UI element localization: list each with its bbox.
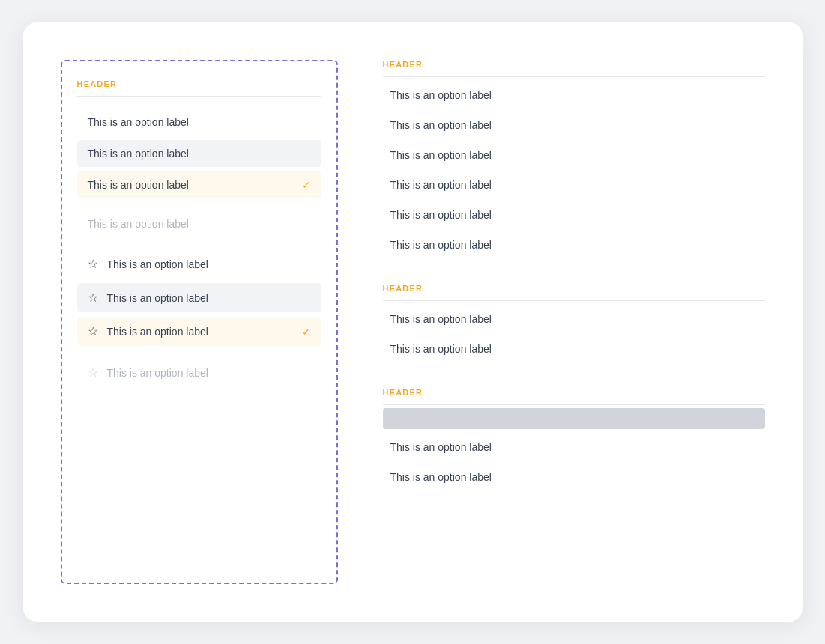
right-option-b2-1[interactable]: This is an option label — [383, 432, 765, 462]
left-divider — [77, 96, 321, 97]
option-item-star-hovered[interactable]: This is an option label — [77, 283, 321, 312]
right-divider-bottom-2 — [383, 404, 765, 405]
spacer — [77, 350, 321, 358]
option-label: This is an option label — [88, 148, 189, 160]
option-item-star-disabled: This is an option label — [77, 358, 321, 387]
star-icon-disabled — [88, 365, 98, 380]
spacer — [77, 242, 321, 249]
right-header-top: HEADER — [383, 60, 765, 69]
option-item-normal-1[interactable]: This is an option label — [77, 109, 321, 136]
right-option-b1-2[interactable]: This is an option label — [383, 334, 765, 364]
right-header-bottom-1: HEADER — [383, 284, 765, 293]
star-icon — [88, 324, 98, 338]
option-item-selected-1[interactable]: This is an option label — [77, 171, 321, 198]
right-section-bottom-2: HEADER This is an option label This is a… — [383, 388, 765, 492]
option-label: This is an option label — [107, 367, 208, 379]
left-header: HEADER — [77, 79, 321, 88]
loading-bar — [383, 408, 765, 429]
right-option-b1-1[interactable]: This is an option label — [383, 304, 765, 334]
option-item-disabled-1: This is an option label — [77, 210, 321, 237]
spacer — [77, 203, 321, 210]
star-icon — [88, 291, 98, 305]
right-option-1[interactable]: This is an option label — [383, 80, 765, 110]
main-card: HEADER This is an option label This is a… — [23, 22, 803, 622]
option-item-hovered-1[interactable]: This is an option label — [77, 140, 321, 167]
right-option-4[interactable]: This is an option label — [383, 170, 765, 200]
option-label: This is an option label — [107, 258, 208, 270]
right-option-6[interactable]: This is an option label — [383, 230, 765, 260]
right-option-b2-2[interactable]: This is an option label — [383, 462, 765, 492]
option-label: This is an option label — [88, 116, 189, 128]
star-icon — [88, 257, 98, 271]
right-option-2[interactable]: This is an option label — [383, 110, 765, 140]
option-label: This is an option label — [88, 179, 189, 191]
option-item-star-normal[interactable]: This is an option label — [77, 249, 321, 279]
left-panel: HEADER This is an option label This is a… — [61, 60, 338, 584]
option-label: This is an option label — [88, 218, 189, 230]
right-divider-top — [383, 76, 765, 77]
right-section-bottom-1: HEADER This is an option label This is a… — [383, 284, 765, 364]
check-icon — [302, 326, 311, 338]
right-header-bottom-2: HEADER — [383, 388, 765, 397]
option-item-star-selected[interactable]: This is an option label — [77, 317, 321, 346]
check-icon — [302, 179, 311, 191]
right-option-3[interactable]: This is an option label — [383, 140, 765, 170]
right-panel: HEADER This is an option label This is a… — [383, 60, 765, 584]
right-section-top: HEADER This is an option label This is a… — [383, 60, 765, 260]
right-divider-bottom-1 — [383, 300, 765, 301]
right-option-5[interactable]: This is an option label — [383, 200, 765, 230]
option-label: This is an option label — [107, 292, 208, 304]
option-label: This is an option label — [107, 326, 208, 338]
